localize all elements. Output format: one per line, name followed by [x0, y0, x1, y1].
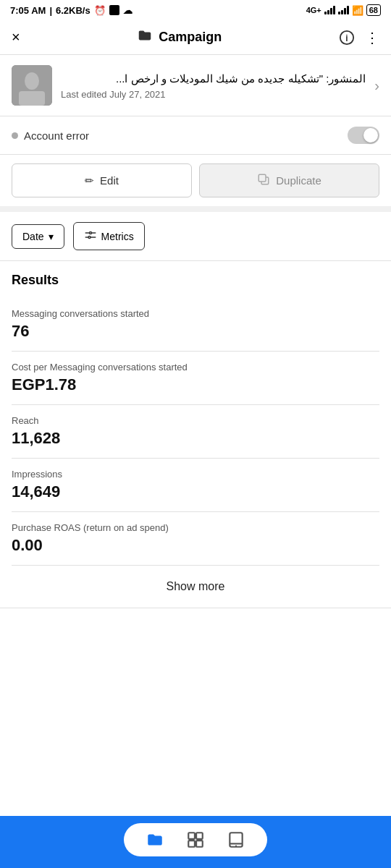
app-bar-right: i ⋮ [339, 29, 379, 46]
metric-item-1: Cost per Messaging conversations started… [12, 352, 379, 405]
folder-icon [137, 27, 153, 47]
square-icon [109, 5, 119, 15]
svg-text:i: i [345, 33, 348, 43]
campaign-info: المنشور: "تشكيله جديده من شيك الموديلات … [61, 71, 366, 100]
more-options-button[interactable]: ⋮ [365, 29, 379, 46]
metric-item-0: Messaging conversations started 76 [12, 298, 379, 352]
svg-point-19 [235, 846, 237, 847]
metric-item-2: Reach 11,628 [12, 405, 379, 459]
status-right: 4G+ 📶 68 [306, 4, 381, 16]
metrics-filter-button[interactable]: Metrics [73, 222, 145, 250]
error-dot-icon [12, 132, 18, 139]
svg-rect-15 [188, 841, 195, 847]
campaign-card: المنشور: "تشكيله جديده من شيك الموديلات … [0, 55, 391, 116]
wifi-icon: 📶 [352, 5, 363, 16]
status-bar: 7:05 AM | 6.2KB/s ⏰ ☁ 4G+ 📶 68 [0, 0, 391, 20]
results-section: Results Messaging conversations started … [0, 261, 391, 566]
signal-icon [324, 6, 335, 14]
date-filter-label: Date [22, 231, 44, 242]
bottom-nav-pill [124, 823, 267, 856]
date-filter-button[interactable]: Date ▾ [12, 224, 64, 249]
svg-point-9 [89, 232, 91, 234]
svg-rect-14 [196, 833, 203, 839]
signal-icon-2 [338, 6, 349, 14]
chevron-right-icon[interactable]: › [374, 77, 379, 94]
bottom-nav [0, 816, 391, 868]
speed-display: | [49, 5, 52, 16]
info-button[interactable]: i [339, 30, 355, 46]
account-error-label: Account error [24, 129, 89, 142]
cloud-icon: ☁ [123, 5, 133, 16]
svg-rect-6 [258, 174, 266, 182]
campaign-date: Last edited July 27, 2021 [61, 89, 366, 100]
metrics-filter-label: Metrics [101, 231, 134, 242]
nav-folder-button[interactable] [146, 830, 164, 849]
metric-value-3: 14,649 [12, 482, 379, 501]
account-error-row: Account error [0, 116, 391, 155]
svg-rect-13 [188, 833, 195, 839]
metric-value-1: EGP1.78 [12, 375, 379, 394]
copy-icon [257, 173, 270, 188]
account-error-left: Account error [12, 129, 89, 142]
app-bar-title: Campaign [159, 30, 222, 45]
chevron-down-icon: ▾ [49, 231, 54, 242]
speed-value: 6.2KB/s [56, 5, 91, 16]
battery-indicator: 68 [366, 4, 381, 16]
metric-label-2: Reach [12, 415, 379, 426]
metric-label-0: Messaging conversations started [12, 308, 379, 319]
pencil-icon: ✏ [85, 174, 94, 187]
svg-point-3 [25, 72, 39, 90]
time-display: 7:05 AM [10, 5, 46, 16]
metric-value-0: 76 [12, 322, 379, 341]
edit-button-label: Edit [100, 174, 119, 187]
campaign-title: المنشور: "تشكيله جديده من شيك الموديلات … [61, 71, 366, 86]
metric-label-3: Impressions [12, 469, 379, 480]
show-more-row[interactable]: Show more [0, 566, 391, 608]
edit-button[interactable]: ✏ Edit [12, 163, 192, 197]
metric-label-1: Cost per Messaging conversations started [12, 362, 379, 373]
svg-rect-4 [19, 91, 45, 106]
metric-item-3: Impressions 14,649 [12, 459, 379, 512]
results-title: Results [12, 273, 379, 288]
buttons-row: ✏ Edit Duplicate [0, 155, 391, 212]
status-left: 7:05 AM | 6.2KB/s ⏰ ☁ [10, 5, 133, 16]
svg-rect-17 [230, 833, 242, 847]
metric-label-4: Purchase ROAS (return on ad spend) [12, 522, 379, 533]
network-label: 4G+ [306, 6, 321, 14]
nav-grid-button[interactable] [186, 830, 205, 849]
filter-row: Date ▾ Metrics [0, 212, 391, 261]
metric-value-4: 0.00 [12, 536, 379, 555]
metric-value-2: 11,628 [12, 429, 379, 448]
app-bar: × Campaign i ⋮ [0, 20, 391, 55]
svg-rect-16 [196, 841, 203, 847]
duplicate-button-label: Duplicate [276, 174, 321, 187]
app-bar-center: Campaign [137, 27, 222, 47]
duplicate-button[interactable]: Duplicate [199, 163, 379, 197]
alarm-icon: ⏰ [94, 5, 106, 16]
nav-tablet-button[interactable] [227, 830, 245, 849]
close-button[interactable]: × [12, 29, 20, 46]
metric-item-4: Purchase ROAS (return on ad spend) 0.00 [12, 512, 379, 566]
svg-point-12 [88, 237, 91, 239]
toggle-knob [363, 128, 378, 142]
campaign-thumbnail [12, 65, 52, 106]
metrics-icon [84, 229, 97, 244]
account-error-toggle[interactable] [348, 127, 379, 144]
show-more-label[interactable]: Show more [167, 580, 225, 592]
